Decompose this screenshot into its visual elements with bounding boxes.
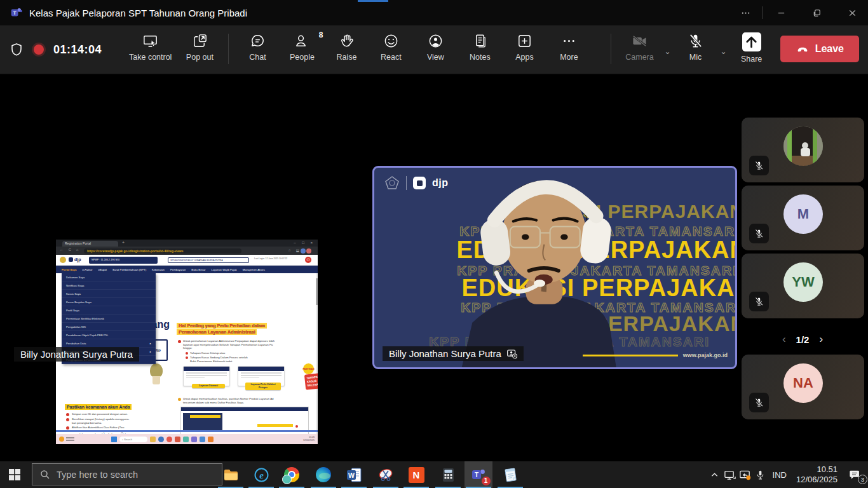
participant-tile-na[interactable]: NA — [742, 355, 864, 419]
view-button[interactable]: View — [413, 31, 458, 63]
pager-next-button[interactable]: › — [819, 333, 823, 346]
internet-explorer-icon: e — [254, 467, 269, 483]
taskbar-search-input[interactable]: Type here to search — [32, 463, 222, 485]
app-icon — [175, 437, 180, 442]
taskbar-app-calculator[interactable] — [434, 461, 462, 488]
menu-item: Kasus Saya — [62, 290, 156, 298]
tray-screenshare-icon[interactable] — [738, 461, 753, 488]
taskbar-app-edge[interactable] — [309, 461, 337, 488]
tray-microphone-icon[interactable] — [753, 461, 768, 488]
raise-hand-button[interactable]: Raise — [324, 31, 369, 63]
svg-text:T: T — [13, 10, 17, 16]
close-button[interactable] — [837, 0, 867, 25]
kemenkeu-pentagon-icon — [384, 175, 400, 191]
share-button[interactable]: Share — [729, 31, 774, 65]
sub-bullet-marker — [186, 352, 188, 355]
last-login-text: Last Login: 12 June 2025 10:07:22 — [254, 257, 295, 260]
start-button[interactable] — [0, 461, 29, 488]
file-explorer-icon — [223, 467, 239, 483]
titlebar-divider — [762, 6, 763, 19]
take-control-button[interactable]: Take control — [123, 31, 177, 63]
hang-up-icon — [796, 42, 810, 56]
action-center-button[interactable]: 3 — [843, 461, 868, 488]
presenter-video-tile[interactable]: EDUKASI PERPAJAKAN KPP PRATAMA JAKARTA T… — [372, 166, 737, 369]
leave-label: Leave — [815, 43, 844, 55]
apps-button[interactable]: Apps — [502, 31, 546, 63]
spotlight-icon — [506, 348, 517, 359]
chat-button[interactable]: Chat — [235, 31, 280, 63]
bullet-1-marker — [178, 340, 181, 343]
participant-tile-m[interactable]: M — [742, 186, 864, 250]
tray-clock[interactable]: 10.51 12/06/2025 — [791, 464, 843, 485]
mic-options-chevron[interactable]: ⌄ — [718, 47, 729, 56]
mini-browser-urlbar: ← C ⌂ https://coretaxdjp.pajak.go.id/reg… — [56, 247, 318, 255]
take-control-icon — [142, 32, 159, 50]
camera-options-chevron[interactable]: ⌄ — [662, 47, 674, 56]
more-button[interactable]: More — [546, 31, 591, 63]
notes-button[interactable]: Notes — [458, 31, 502, 63]
taskbar-app-snipping-tool[interactable] — [372, 461, 400, 488]
participant-photo-avatar — [783, 126, 823, 166]
toolbar-divider — [611, 34, 611, 64]
mini-browser-extension-icon — [301, 248, 306, 254]
camera-button[interactable]: Camera — [618, 31, 662, 63]
mic-muted-indicator — [749, 156, 769, 175]
leave-button[interactable]: Leave — [780, 36, 859, 62]
taskbar-app-teams[interactable]: T 1 — [465, 461, 492, 488]
participant-initials-avatar: YW — [783, 262, 823, 302]
menu-item: Kasus Berjalan Saya — [62, 298, 156, 306]
tray-overflow-chevron[interactable] — [707, 461, 722, 488]
taskbar-app-internet-explorer[interactable]: e — [247, 461, 275, 488]
titlebar-more-button[interactable] — [731, 0, 760, 25]
taskbar-app-nitro-pdf[interactable]: N — [402, 461, 430, 488]
window-title: Kelas Pajak Pelaporan SPT Tahunan Orang … — [29, 0, 247, 25]
menu-item: Notifikasi Saya — [62, 281, 156, 290]
app-icon — [208, 437, 214, 442]
title-bar: T Kelas Pajak Pelaporan SPT Tahunan Oran… — [0, 0, 868, 25]
mic-button[interactable]: Mic — [674, 31, 718, 63]
meeting-timer: 01:14:04 — [53, 43, 102, 57]
tray-network-icon[interactable] — [722, 461, 738, 488]
people-button[interactable]: 8 People — [280, 31, 324, 63]
page-footer-bar — [56, 430, 318, 432]
meeting-safety-shield-icon[interactable] — [9, 42, 24, 57]
mic-muted-indicator — [749, 292, 769, 311]
garuda-logo-icon — [60, 257, 66, 263]
security-item-1: Simpan user ID dan password dengan aman. — [72, 412, 167, 416]
djp-navbar: Portal Saya e-Faktur eBupot Surat Pember… — [56, 266, 318, 273]
search-icon — [40, 470, 50, 480]
app-icon — [200, 437, 205, 442]
minimize-button[interactable] — [766, 0, 796, 25]
svg-text:e: e — [259, 470, 264, 480]
svg-text:W: W — [348, 471, 355, 478]
pager-prev-button[interactable]: ‹ — [782, 333, 786, 346]
participant-tile-yw[interactable]: YW — [742, 254, 864, 318]
nitro-pdf-icon: N — [409, 467, 424, 483]
menu-item: Dokumen Saya — [62, 273, 156, 281]
menu-item: Permintaan Sertifikat Elektronik — [62, 315, 156, 323]
mini-browser-profile-avatar — [306, 248, 311, 254]
notification-count-badge: 3 — [858, 475, 867, 484]
taskbar-app-notepad[interactable] — [496, 461, 524, 488]
taskbar-app-chrome[interactable] — [278, 461, 306, 488]
mini-browser-url: https://coretaxdjp.pajak.go.id/registrat… — [84, 248, 241, 254]
raise-hand-icon — [338, 32, 355, 50]
participant-tile-photo[interactable] — [742, 118, 864, 182]
react-button[interactable]: React — [369, 31, 413, 63]
recording-indicator — [34, 44, 44, 55]
participant-pager: ‹ 1/2 › — [765, 330, 840, 348]
menu-item: Pengaktifan NIK — [62, 323, 156, 331]
mini-browser-nav-icons: ← C ⌂ — [60, 248, 80, 252]
taskbar-app-file-explorer[interactable] — [217, 461, 245, 488]
svg-text:T: T — [474, 471, 478, 478]
screenshare-indicator-bar — [358, 0, 388, 2]
screenshare-tile[interactable]: Registration Portal + – □ × ← C ⌂ https:… — [56, 240, 318, 444]
participant-initials-avatar: NA — [783, 363, 823, 403]
tray-language-indicator[interactable]: IND — [768, 470, 791, 480]
restore-button[interactable] — [802, 0, 831, 25]
taskbar-app-word[interactable]: W — [340, 461, 368, 488]
chrome-sharing-badge — [282, 475, 292, 484]
more-ellipsis-icon — [560, 32, 578, 50]
app-icon — [191, 437, 197, 442]
pop-out-button[interactable]: Pop out — [177, 31, 222, 63]
